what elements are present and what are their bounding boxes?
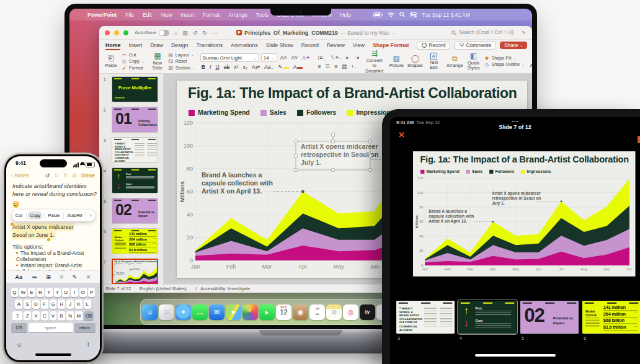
dock-facetime-icon[interactable]: ▸ bbox=[259, 304, 275, 320]
document-title[interactable]: P Principles_Of_Marketing_COMM219 — Save… bbox=[236, 30, 395, 36]
ipad-thumbnail-6[interactable]: Market Outlook141 million——264 million——… bbox=[582, 301, 640, 334]
tab-transitions[interactable]: Transitions bbox=[196, 42, 223, 48]
comments-button[interactable]: 🗨Comments bbox=[454, 41, 496, 50]
line-spacing-button[interactable]: ↕⌄ bbox=[350, 63, 358, 69]
shift-key[interactable]: ⇧ bbox=[12, 311, 22, 321]
justify-button[interactable]: ▤ bbox=[340, 63, 348, 69]
menu-tools[interactable]: Tools bbox=[252, 12, 273, 18]
grow-font-button[interactable]: A˄ bbox=[279, 55, 288, 61]
tab-review[interactable]: Review bbox=[327, 42, 345, 48]
italic-button[interactable]: I bbox=[208, 64, 212, 70]
dictation-mic-icon[interactable]: ⌇ bbox=[87, 341, 90, 348]
textbox-button[interactable]: AText Box bbox=[425, 53, 442, 70]
search-field[interactable]: Search (Cmd + Ctrl + U) bbox=[451, 30, 513, 35]
convert-smartart-button[interactable]: ⇶Convert to SmartArt bbox=[365, 50, 383, 74]
menu-edit[interactable]: Edit bbox=[138, 12, 156, 18]
addins-button[interactable]: ⊞Add-ins bbox=[530, 55, 532, 68]
menu-clock[interactable]: Tue Sep 12 9:41 AM bbox=[422, 12, 470, 18]
close-presentation-button[interactable]: ✕ bbox=[398, 130, 405, 140]
key-h[interactable]: H bbox=[58, 300, 65, 309]
more-options-icon[interactable]: ⊙ bbox=[72, 172, 77, 179]
key-w[interactable]: W bbox=[19, 288, 27, 297]
close-window-button[interactable] bbox=[105, 30, 110, 35]
stacked-area-chart[interactable]: 020406080100120JanFebMarAprMayJunJulAugS… bbox=[113, 265, 158, 284]
status-slide-count[interactable]: Slide 7 of 12 bbox=[105, 286, 131, 291]
menu-more-chevron[interactable]: › bbox=[88, 211, 93, 220]
dock-safari-icon[interactable]: ✦ bbox=[176, 304, 191, 320]
font-size-select[interactable]: 14⌄ bbox=[261, 53, 277, 62]
dock-photos-icon[interactable] bbox=[242, 304, 258, 320]
ipad-home-indicator[interactable] bbox=[475, 354, 556, 357]
wifi-icon[interactable] bbox=[388, 12, 394, 17]
section-button[interactable]: ▧Section⌄ bbox=[168, 65, 195, 71]
home-icon[interactable]: ⌂ bbox=[174, 30, 177, 36]
reset-button[interactable]: 🗘Reset bbox=[168, 59, 195, 65]
align-left-button[interactable]: ≡ bbox=[316, 63, 322, 69]
menu-insert[interactable]: Insert bbox=[176, 12, 198, 18]
key-u[interactable]: U bbox=[62, 288, 69, 297]
slide-thumbnail-6[interactable]: Market Outlook141 million——264 million——… bbox=[112, 228, 158, 254]
slide-thumbnail-1[interactable]: Force Multiplier bbox=[112, 76, 158, 102]
format-painter-button[interactable]: 🖌Format bbox=[122, 65, 144, 71]
subscript-button[interactable]: x₂ bbox=[241, 64, 249, 70]
key-d[interactable]: D bbox=[32, 300, 40, 309]
key-g[interactable]: G bbox=[50, 300, 57, 309]
selection-handle-end[interactable] bbox=[47, 238, 50, 241]
emoji-keyboard-icon[interactable]: ☺ bbox=[16, 341, 22, 348]
key-t[interactable]: T bbox=[45, 288, 53, 297]
character-spacing-button[interactable]: A⇄ bbox=[251, 64, 261, 70]
bold-button[interactable]: B bbox=[200, 64, 207, 70]
table-button[interactable]: ⊞ bbox=[46, 273, 51, 280]
key-j[interactable]: J bbox=[66, 300, 74, 309]
note-question-text[interactable]: Indicate artist/brand identities here or… bbox=[12, 182, 97, 198]
tab-insert[interactable]: Insert bbox=[128, 42, 142, 48]
underline-button[interactable]: U bbox=[214, 64, 220, 70]
checklist-button[interactable]: ≔ bbox=[32, 273, 38, 280]
numbered-list-button[interactable]: ⒈≡⌄ bbox=[329, 54, 343, 61]
redo-icon[interactable]: ↻ bbox=[202, 30, 207, 36]
dock-notes-icon[interactable]: ▤ bbox=[326, 304, 342, 320]
strikethrough-button[interactable]: ab bbox=[223, 64, 231, 70]
numbers-key[interactable]: 123 bbox=[11, 323, 27, 332]
shapes-button[interactable]: ◯Shapes bbox=[407, 55, 423, 68]
menu-arrange[interactable]: Arrange bbox=[224, 12, 252, 18]
key-v[interactable]: V bbox=[50, 311, 57, 321]
key-b[interactable]: B bbox=[58, 311, 65, 321]
dock-finder-icon[interactable]: ☺ bbox=[142, 304, 158, 320]
dock-appletv-icon[interactable]: tv bbox=[360, 304, 375, 320]
slide-title-text[interactable]: Fig. 1a: The Impact of a Brand-Artist Co… bbox=[188, 85, 517, 102]
slide-thumbnail-5[interactable]: 02Potential vs. Impact bbox=[112, 198, 158, 224]
bullet-list-button[interactable]: ⁝≡⌄ bbox=[316, 55, 327, 61]
key-e[interactable]: E bbox=[28, 288, 35, 297]
menu-powerpoint[interactable]: PowerPoint bbox=[83, 12, 121, 18]
ipad-thumbnail-3[interactable]: ❝ WHEN IT WORKS, A BRAND-ARTIST COLLABOR… bbox=[396, 301, 455, 334]
save-icon[interactable]: ▥ bbox=[182, 30, 188, 36]
key-q[interactable]: Q bbox=[11, 288, 19, 297]
clear-format-button[interactable]: A✦ bbox=[301, 55, 311, 61]
space-key[interactable]: space bbox=[29, 323, 73, 332]
highlight-color-button[interactable]: ✎ bbox=[277, 64, 290, 70]
pencil-icon[interactable]: ✎ bbox=[521, 30, 526, 36]
tab-home[interactable]: Home bbox=[105, 42, 120, 48]
key-i[interactable]: I bbox=[71, 288, 78, 297]
key-a[interactable]: A bbox=[15, 300, 22, 309]
dock-fitness-icon[interactable]: ◎ bbox=[343, 304, 358, 320]
done-button[interactable]: Done bbox=[81, 172, 95, 179]
cut-button[interactable]: ✂Cut bbox=[122, 52, 144, 58]
share-button[interactable]: Share⌄ bbox=[500, 42, 527, 49]
title-option-1[interactable]: The Impact of a Brand-Artist Collaborati… bbox=[16, 251, 97, 264]
camera-button[interactable]: ⌾ bbox=[60, 273, 64, 281]
ipad-thumbnail-5[interactable]: 02Potential vs. Impact bbox=[520, 301, 579, 334]
more-toolbar-icon[interactable]: ⋯ bbox=[212, 30, 218, 36]
key-c[interactable]: C bbox=[41, 311, 48, 321]
paste-menu-item[interactable]: Paste bbox=[47, 211, 61, 220]
tab-record[interactable]: Record bbox=[301, 42, 319, 48]
change-case-button[interactable]: Aa⌄ bbox=[263, 64, 275, 70]
font-name-select[interactable]: Bureau Grot Light⌄ bbox=[200, 53, 259, 62]
key-k[interactable]: K bbox=[75, 300, 82, 309]
key-l[interactable]: L bbox=[84, 300, 91, 309]
align-center-button[interactable]: ☰ bbox=[324, 63, 331, 69]
dock-mail-icon[interactable]: ✉ bbox=[209, 304, 224, 320]
tab-animations[interactable]: Animations bbox=[231, 42, 258, 48]
close-toolbar-button[interactable]: ✕ bbox=[86, 273, 91, 280]
